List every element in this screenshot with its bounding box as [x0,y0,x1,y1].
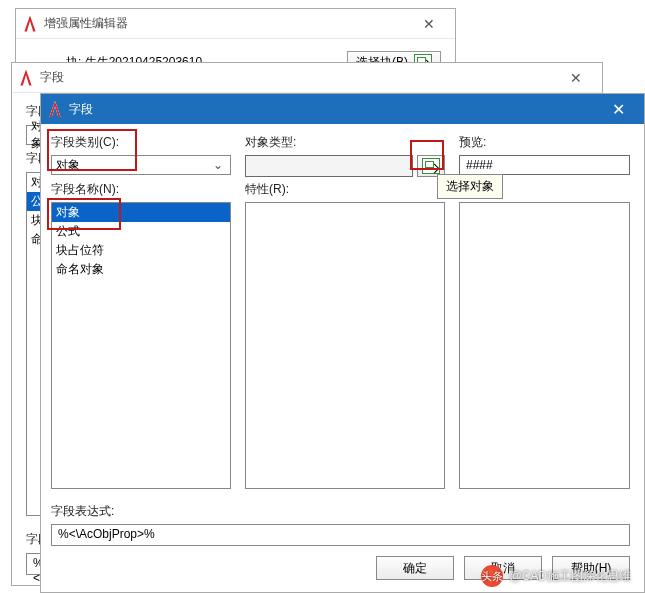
titlebar[interactable]: 字段 ✕ [12,63,602,93]
properties-label: 特性(R): [245,181,445,198]
app-icon [22,16,38,32]
close-icon[interactable]: ✕ [409,10,449,38]
properties-list[interactable] [245,202,445,489]
window-title: 增强属性编辑器 [44,15,409,32]
expr-value: %<\AcObjProp>% [58,527,155,541]
chevron-down-icon: ⌄ [210,158,226,172]
list-item[interactable]: 对象 [52,203,230,222]
preview-box: #### [459,155,630,175]
app-icon [18,70,34,86]
field-name-list[interactable]: 对象 公式 块占位符 命名对象 [51,202,231,489]
format-list[interactable] [459,202,630,489]
field-category-select[interactable]: 对象 ⌄ [51,155,231,175]
field-name-label: 字段名称(N): [51,181,231,198]
select-object-tooltip: 选择对象 [437,174,503,199]
help-button[interactable]: 帮助(H) [552,556,630,580]
ok-button[interactable]: 确定 [376,556,454,580]
button-row: 确定 取消 帮助(H) [51,556,630,580]
list-item[interactable]: 命名对象 [52,260,230,279]
close-icon[interactable]: ✕ [556,64,596,92]
preview-label: 预览: [459,134,630,151]
window-title: 字段 [40,69,556,86]
titlebar[interactable]: 增强属性编辑器 ✕ [16,9,455,39]
cancel-button[interactable]: 取消 [464,556,542,580]
app-icon [47,101,63,117]
object-type-input[interactable] [245,155,413,177]
expr-label: 字段表达式: [51,503,630,520]
field-category-label: 字段类别(C): [51,134,231,151]
list-item[interactable]: 公式 [52,222,230,241]
select-value: 对象 [56,157,80,174]
pick-icon [422,158,440,174]
list-item[interactable]: 块占位符 [52,241,230,260]
expr-input[interactable]: %<\AcObjProp>% [51,524,630,546]
content: 字段类别(C): 对象 ⌄ 字段名称(N): 对象 公式 块占位符 命名对象 对… [41,124,644,592]
field-window-front: 字段 ✕ 字段类别(C): 对象 ⌄ 字段名称(N): 对象 公式 块占位符 命… [40,93,645,593]
close-icon[interactable]: ✕ [598,95,638,123]
preview-value: #### [466,158,493,172]
object-type-row [245,155,445,177]
object-type-label: 对象类型: [245,134,445,151]
titlebar[interactable]: 字段 ✕ [41,94,644,124]
window-title: 字段 [69,101,598,118]
